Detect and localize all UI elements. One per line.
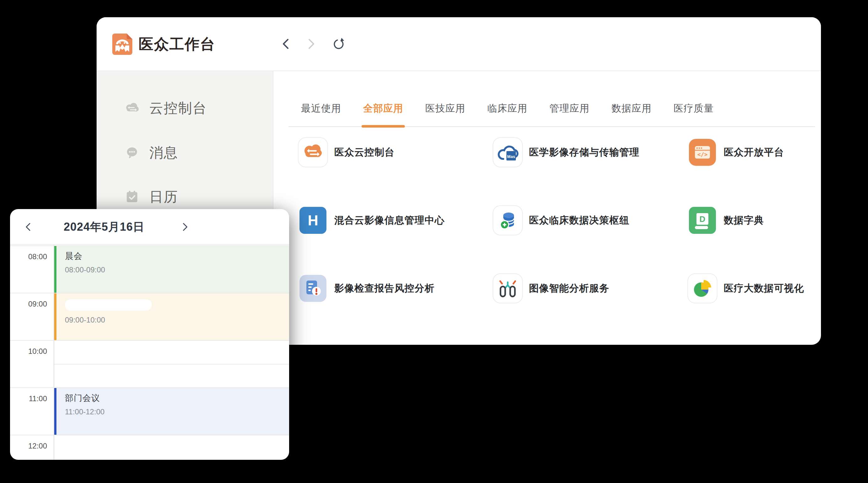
window-header: 医众工作台 bbox=[97, 17, 821, 71]
nav-back-button[interactable] bbox=[279, 37, 293, 51]
app-label: 混合云影像信息管理中心 bbox=[334, 205, 445, 235]
clinical-database-icon bbox=[493, 205, 523, 235]
app-label: 医疗大数据可视化 bbox=[724, 273, 804, 303]
redacted-event-title bbox=[65, 299, 152, 311]
data-dictionary-icon: D bbox=[687, 205, 717, 235]
sidebar-item-label: 日历 bbox=[149, 188, 178, 206]
app-item[interactable]: 影像检查报告风控分析 bbox=[298, 273, 493, 341]
calendar-time-label: 12:00 bbox=[10, 442, 47, 450]
app-item[interactable]: H混合云影像信息管理中心 bbox=[298, 205, 493, 273]
app-label: 影像检查报告风控分析 bbox=[334, 273, 435, 303]
event-time: 08:00-09:00 bbox=[65, 265, 289, 274]
sidebar-item-cloud-console[interactable]: 云控制台 bbox=[97, 97, 273, 120]
nav-refresh-button[interactable] bbox=[332, 37, 346, 51]
calendar-event[interactable]: 09:00-10:00 bbox=[54, 293, 289, 340]
sidebar-item-label: 消息 bbox=[149, 143, 178, 162]
message-bubble-icon bbox=[124, 144, 141, 161]
tab-recent[interactable]: 最近使用 bbox=[301, 91, 341, 126]
app-label: 数据字典 bbox=[724, 205, 764, 235]
calendar-event[interactable]: 晨会08:00-09:00 bbox=[54, 246, 289, 293]
app-grid: 医众云控制台Mas医学影像存储与传输管理</>医众开放平台H混合云影像信息管理中… bbox=[298, 137, 821, 341]
calendar-day-view: 08:0009:0010:0011:0012:00晨会08:00-09:0009… bbox=[10, 209, 289, 460]
app-item[interactable]: </>医众开放平台 bbox=[687, 137, 821, 205]
tab-all[interactable]: 全部应用 bbox=[363, 91, 403, 126]
open-platform-icon: </> bbox=[687, 137, 717, 167]
tab-bar: 最近使用全部应用医技应用临床应用管理应用数据应用医疗质量 bbox=[288, 91, 815, 127]
sidebar-item-label: 云控制台 bbox=[149, 99, 207, 118]
mas-cloud-icon: Mas bbox=[493, 137, 523, 167]
tab-data[interactable]: 数据应用 bbox=[612, 91, 652, 126]
calendar-time-label: 10:00 bbox=[10, 347, 47, 356]
sidebar-item-calendar[interactable]: 日历 bbox=[97, 186, 273, 208]
svg-text:</>: </> bbox=[698, 151, 708, 158]
calendar-hour-line bbox=[10, 340, 289, 341]
app-label: 医众云控制台 bbox=[334, 137, 395, 167]
tab-admin[interactable]: 管理应用 bbox=[549, 91, 590, 126]
app-item[interactable]: 图像智能分析服务 bbox=[493, 273, 687, 341]
tab-medtech[interactable]: 医技应用 bbox=[425, 91, 465, 126]
svg-text:D: D bbox=[700, 215, 706, 224]
app-item[interactable]: Mas医学影像存储与传输管理 bbox=[493, 137, 687, 205]
calendar-next-day-button[interactable] bbox=[176, 209, 194, 245]
app-label: 图像智能分析服务 bbox=[529, 273, 609, 303]
calendar-half-hour-line bbox=[54, 364, 289, 364]
calendar-header: 2024年5月16日 bbox=[10, 209, 289, 245]
calendar-popup: 08:0009:0010:0011:0012:00晨会08:00-09:0009… bbox=[10, 209, 289, 460]
calendar-prev-day-button[interactable] bbox=[19, 209, 38, 245]
cloud-console-icon bbox=[298, 137, 328, 167]
calendar-hour-line bbox=[10, 435, 289, 436]
app-label: 医众临床数据决策枢纽 bbox=[529, 205, 629, 235]
sidebar-item-messages[interactable]: 消息 bbox=[97, 141, 273, 164]
calendar-time-label: 09:00 bbox=[10, 300, 47, 309]
report-risk-icon bbox=[298, 273, 328, 303]
calendar-check-icon bbox=[124, 188, 141, 205]
nav-forward-button[interactable] bbox=[304, 37, 318, 51]
tab-quality[interactable]: 医疗质量 bbox=[674, 91, 714, 126]
svg-text:H: H bbox=[308, 212, 318, 228]
hybrid-cloud-h-icon: H bbox=[298, 205, 328, 235]
lungs-ai-icon bbox=[493, 273, 523, 303]
calendar-time-label: 11:00 bbox=[10, 394, 47, 403]
pie-chart-icon bbox=[687, 273, 717, 303]
app-item[interactable]: D数据字典 bbox=[687, 205, 821, 273]
app-item[interactable]: 医众云控制台 bbox=[298, 137, 493, 205]
event-title: 部门会议 bbox=[65, 392, 289, 404]
app-item[interactable]: 医众临床数据决策枢纽 bbox=[493, 205, 687, 273]
app-label: 医学影像存储与传输管理 bbox=[529, 137, 640, 167]
event-time: 11:00-12:00 bbox=[65, 408, 289, 416]
calendar-date-title: 2024年5月16日 bbox=[48, 209, 160, 245]
cloud-settings-icon bbox=[124, 100, 141, 117]
app-logo-icon bbox=[112, 34, 132, 55]
calendar-event[interactable]: 部门会议11:00-12:00 bbox=[54, 388, 289, 435]
app-item[interactable]: 医疗大数据可视化 bbox=[687, 273, 821, 341]
svg-text:Mas: Mas bbox=[507, 154, 515, 159]
calendar-time-label: 08:00 bbox=[10, 252, 47, 261]
tab-clinical[interactable]: 临床应用 bbox=[487, 91, 527, 126]
event-time: 09:00-10:00 bbox=[65, 316, 289, 324]
app-label: 医众开放平台 bbox=[724, 137, 784, 167]
event-title: 晨会 bbox=[65, 251, 289, 262]
window-title: 医众工作台 bbox=[138, 17, 215, 71]
